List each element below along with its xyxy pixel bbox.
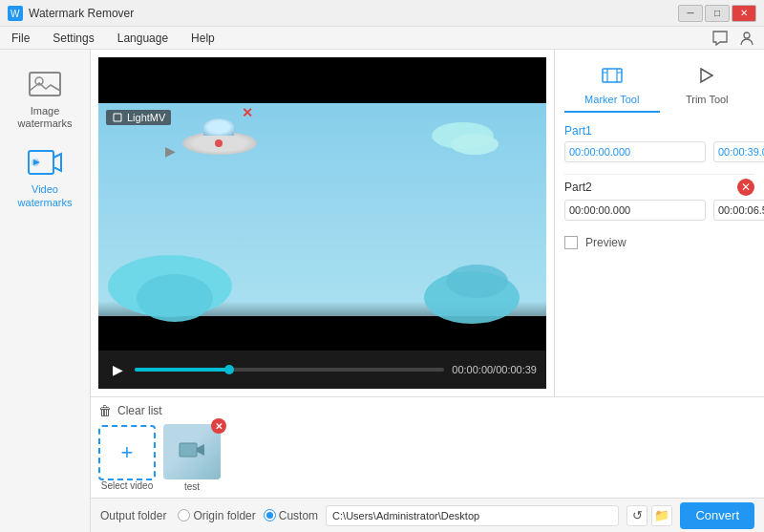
- ufo-body: [182, 132, 257, 155]
- svg-marker-11: [701, 69, 712, 82]
- maximize-button[interactable]: □: [705, 5, 730, 22]
- select-video-label: Select video: [101, 480, 153, 492]
- output-bar: Output folder Origin folder Custom ↺ 📁: [91, 498, 764, 532]
- part2-remove-button[interactable]: ✕: [737, 179, 754, 196]
- play-arrow-icon: ▶: [165, 143, 176, 159]
- convert-button[interactable]: Convert: [680, 502, 754, 529]
- preview-row: Preview: [564, 236, 754, 249]
- part1-label: Part1: [564, 124, 754, 138]
- reload-path-button[interactable]: ↺: [626, 505, 647, 526]
- part-divider: [564, 174, 754, 175]
- main-layout: Image watermarks Video watermarks: [0, 50, 764, 532]
- custom-label: Custom: [279, 509, 318, 522]
- preview-label: Preview: [585, 236, 626, 249]
- part1-end-input[interactable]: [713, 141, 764, 162]
- video-frame: ▶ LightMV ✕: [98, 57, 546, 351]
- test-file-label: test: [184, 481, 200, 492]
- clear-list-label: Clear list: [117, 404, 162, 417]
- cloud2b: [137, 274, 213, 322]
- output-path-input[interactable]: [326, 505, 619, 526]
- part1-start-input[interactable]: [564, 141, 706, 162]
- tab-marker-tool[interactable]: Marker Tool: [564, 59, 660, 113]
- close-button[interactable]: ✕: [732, 5, 756, 22]
- part2-start-input[interactable]: [564, 200, 706, 221]
- video-player: ▶ LightMV ✕: [98, 57, 546, 389]
- path-icons: ↺ 📁: [626, 505, 672, 526]
- app-icon: W: [8, 6, 23, 21]
- sidebar-item-video-label: Video watermarks: [6, 183, 84, 208]
- cloud3b: [446, 265, 508, 298]
- sidebar-item-image-label: Image watermarks: [6, 105, 84, 130]
- window-title: Watermark Remover: [29, 7, 678, 20]
- menu-settings[interactable]: Settings: [49, 30, 97, 47]
- svg-point-2: [744, 32, 750, 38]
- add-file-button[interactable]: +: [98, 425, 156, 480]
- ufo-light: [215, 139, 223, 147]
- window-controls: ─ □ ✕: [678, 5, 756, 22]
- preview-checkbox[interactable]: [564, 236, 578, 249]
- file-thumbs: + Select video ✕ test: [98, 424, 756, 492]
- svg-text:W: W: [11, 9, 20, 19]
- sidebar: Image watermarks Video watermarks: [0, 50, 91, 532]
- content-area: ▶ LightMV ✕: [91, 50, 764, 532]
- tab-trim-tool[interactable]: Trim Tool: [660, 59, 755, 113]
- origin-radio-circle: [178, 509, 190, 521]
- image-watermarks-icon: [26, 67, 64, 101]
- menu-language[interactable]: Language: [114, 30, 172, 47]
- svg-marker-7: [114, 114, 121, 121]
- trash-icon: 🗑: [98, 403, 112, 418]
- tools-header: Marker Tool Trim Tool: [564, 59, 754, 113]
- progress-fill: [135, 368, 227, 372]
- menubar: File Settings Language Help: [0, 27, 764, 50]
- part2-label-row: Part2 ✕: [564, 179, 754, 196]
- play-button[interactable]: ▶: [108, 360, 127, 379]
- part2-times: [564, 200, 754, 221]
- trim-tool-icon: [695, 65, 718, 91]
- browse-folder-button[interactable]: 📁: [651, 505, 672, 526]
- clear-list-row[interactable]: 🗑 Clear list: [98, 403, 756, 418]
- chat-icon[interactable]: [711, 29, 730, 48]
- part2-end-input[interactable]: [713, 200, 764, 221]
- svg-rect-8: [603, 69, 622, 82]
- menu-help[interactable]: Help: [187, 30, 219, 47]
- thumb-remove-button[interactable]: ✕: [211, 418, 226, 434]
- plus-icon: +: [121, 440, 134, 465]
- cloud1b: [451, 134, 499, 155]
- add-file-container: + Select video: [98, 425, 156, 492]
- part1-label-text: Part1: [564, 124, 592, 138]
- menubar-right: [711, 29, 756, 48]
- file-thumb-test[interactable]: ✕: [163, 424, 221, 479]
- test-file-container: ✕ test: [163, 424, 221, 492]
- ufo-dome: [203, 118, 234, 136]
- custom-radio-circle: [264, 509, 276, 521]
- time-display: 00:00:00/00:00:39: [452, 364, 537, 375]
- part2-section: Part2 ✕: [564, 179, 754, 221]
- watermark-text: LightMV: [127, 112, 165, 123]
- part1-times: [564, 141, 754, 162]
- origin-folder-label: Origin folder: [193, 509, 255, 522]
- user-icon[interactable]: [737, 29, 756, 48]
- part1-section: Part1: [564, 124, 754, 162]
- radio-origin-folder[interactable]: Origin folder: [178, 509, 255, 522]
- watermark-remove-btn[interactable]: ✕: [242, 105, 253, 120]
- marker-tool-icon: [601, 65, 624, 91]
- custom-radio-dot: [266, 512, 273, 519]
- trim-tool-label: Trim Tool: [686, 94, 729, 105]
- sidebar-item-image-watermarks[interactable]: Image watermarks: [2, 59, 88, 138]
- watermark-label: LightMV: [106, 110, 171, 125]
- tools-panel: Marker Tool Trim Tool Part1: [554, 50, 764, 396]
- black-bar-top: [98, 57, 546, 103]
- progress-bar[interactable]: [135, 368, 444, 372]
- minimize-button[interactable]: ─: [678, 5, 703, 22]
- svg-rect-12: [180, 443, 197, 457]
- player-controls: ▶ 00:00:00/00:00:39: [98, 351, 546, 389]
- ufo: ▶: [182, 132, 257, 155]
- sidebar-item-video-watermarks[interactable]: Video watermarks: [2, 138, 88, 216]
- menu-file[interactable]: File: [8, 30, 33, 47]
- video-section: ▶ LightMV ✕: [91, 50, 554, 396]
- radio-custom[interactable]: Custom: [264, 509, 318, 522]
- marker-tool-label: Marker Tool: [584, 94, 639, 105]
- progress-handle[interactable]: [224, 365, 234, 374]
- video-watermarks-icon: [26, 145, 64, 180]
- thumb-img: [163, 424, 221, 479]
